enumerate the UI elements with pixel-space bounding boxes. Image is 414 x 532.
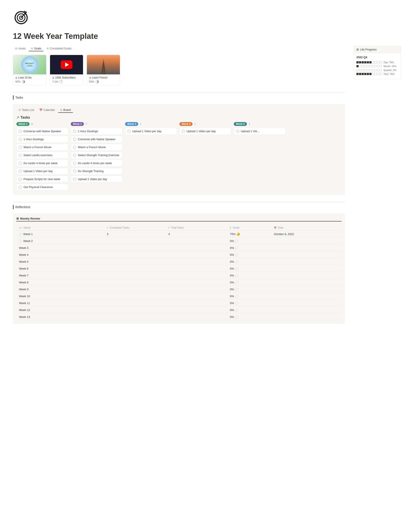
score-text: 75% (230, 232, 235, 236)
tab-calendar[interactable]: 📅 Calendar (37, 107, 57, 113)
cell-total (166, 300, 227, 307)
score-cell: 0% (230, 260, 269, 263)
goal-card-100k[interactable]: ◎ 100K Subscribers 7.1% (50, 55, 83, 86)
progress-block-2-5 (369, 69, 372, 71)
task-label: Upload 1 Video per day (132, 130, 161, 133)
task-circle (19, 162, 22, 165)
progress-circle-french (95, 80, 99, 84)
progress-block-2-8 (377, 69, 379, 71)
cell-date (271, 251, 341, 258)
task-label: Do Strength Training (78, 170, 104, 173)
task-card[interactable]: Get Physical Clearance (16, 183, 68, 191)
cell-name: Week 7 (16, 272, 104, 279)
task-card[interactable]: Select cardio exercises (16, 152, 68, 159)
cell-completed (104, 272, 166, 279)
tab-tasks-list[interactable]: ⊞ Tasks List (16, 107, 36, 113)
goal-image-french (87, 55, 120, 74)
row-name: Week 4 (19, 253, 28, 256)
task-card[interactable]: 1 Hour Duolingo (71, 128, 122, 135)
row-icon: 📄 (19, 233, 22, 236)
score-text: 0% (230, 294, 234, 298)
cell-date (271, 238, 341, 245)
task-card[interactable]: Watch a French Movie (71, 144, 122, 151)
th-score: Σ Score (227, 225, 271, 231)
task-card[interactable]: Converse with Native Speaker (16, 128, 68, 135)
cell-score: 0% (227, 293, 271, 300)
tab-areas[interactable]: ⊞ Areas (13, 46, 28, 51)
task-card[interactable]: Upload 1 Video per day (16, 168, 68, 175)
table-row[interactable]: Week 80% (16, 279, 341, 286)
score-circle (235, 253, 238, 256)
tab-completed-goals[interactable]: ⊞ Completed Goals (44, 46, 74, 51)
tasks-section: ⊞ Tasks List 📅 Calendar ⊞ Board ↗ Tasks (13, 104, 345, 195)
table-row[interactable]: Week 40% (16, 251, 341, 258)
cell-completed (104, 245, 166, 251)
table-row[interactable]: Week 100% (16, 293, 341, 300)
task-card[interactable]: Prepare Scripts for next week (16, 176, 68, 183)
task-card[interactable]: Select Strength Training Exercise (71, 152, 122, 159)
cell-date (271, 314, 341, 321)
cell-date (271, 245, 341, 251)
th-completed: # Completed Tasks (104, 225, 166, 231)
column-header-2: Week 31 (125, 122, 177, 126)
tasks-section-header: Tasks (13, 92, 345, 102)
task-card[interactable]: Do Strength Training (71, 168, 122, 175)
table-row[interactable]: Week 110% (16, 300, 341, 307)
score-circle (235, 309, 238, 312)
weekly-review-tab[interactable]: ⊞ Weekly Review (16, 217, 341, 221)
table-row[interactable]: Week 120% (16, 307, 341, 314)
task-card[interactable]: Watch a French Movie (16, 144, 68, 151)
board-columns: Week 18Converse with Native Speaker1 Hou… (16, 122, 341, 191)
goal-icon-100k: ◎ (52, 76, 54, 79)
task-circle (73, 130, 76, 133)
goal-card-lose15lbs[interactable]: WEIGHTLOSS ◎ Lose 15 lbs 50% (13, 55, 46, 86)
row-name: Week 1 (23, 232, 33, 236)
task-card[interactable]: 1 Hour Duolingo (16, 136, 68, 143)
progress-circle-lose15lbs (22, 80, 25, 84)
cell-name: Week 5 (16, 258, 104, 265)
task-card[interactable]: Do cardio 4 times per week (71, 160, 122, 167)
task-card[interactable]: Upload 1 Video per day (179, 128, 231, 135)
table-row[interactable]: Week 30% (16, 245, 341, 251)
score-circle (235, 295, 238, 298)
task-card[interactable]: Upload 1 Vid... (234, 128, 285, 135)
task-card[interactable]: Upload 1 Video per day (71, 176, 122, 183)
task-card[interactable]: Upload 1 Video per day (125, 128, 177, 135)
cell-name: Week 9 (16, 286, 104, 293)
table-row[interactable]: Week 90% (16, 286, 341, 293)
score-cell: 0% (230, 246, 269, 249)
tab-board[interactable]: ⊞ Board (58, 107, 73, 113)
score-cell: 0% (230, 253, 269, 256)
table-row[interactable]: Week 60% (16, 265, 341, 272)
task-card[interactable]: Converse with Native Speaker (71, 136, 122, 143)
goal-card-french[interactable]: ◎ Learn French 50% (87, 55, 120, 86)
tab-goals[interactable]: ⊞ Goals (29, 46, 44, 51)
table-row[interactable]: 📄Week 20% (16, 238, 341, 245)
board-header: ↗ Tasks (16, 115, 341, 119)
table-row[interactable]: Week 130% (16, 314, 341, 321)
cell-completed (104, 300, 166, 307)
score-text: 0% (230, 246, 234, 249)
score-text: 0% (230, 260, 234, 263)
progress-block-1-1 (359, 65, 361, 67)
row-name: Week 7 (19, 274, 28, 277)
task-card[interactable]: Do cardio 4 times per week (16, 160, 68, 167)
table-row[interactable]: Week 70% (16, 272, 341, 279)
progress-block-0-9 (380, 61, 382, 63)
task-label: Watch a French Movie (24, 146, 52, 149)
table-row[interactable]: Week 50% (16, 258, 341, 265)
cell-date (271, 293, 341, 300)
week-badge-1: Week 2 (71, 122, 84, 126)
task-label: Upload 1 Video per day (78, 178, 107, 181)
progress-label-2: Quarter: 2% (384, 69, 396, 71)
calendar-icon: 📅 (39, 108, 42, 112)
cell-completed (104, 238, 166, 245)
task-circle (73, 154, 76, 157)
progress-block-3-4 (367, 73, 369, 75)
task-circle (19, 170, 22, 173)
tasks-list-icon: ⊞ (19, 108, 21, 112)
th-name: 𝔸𝔸 Name (16, 225, 104, 231)
cell-score: 0% (227, 286, 271, 293)
table-row[interactable]: 📄Week 13475%October 8, 2022 (16, 231, 341, 238)
progress-label-3: Year: 76% (384, 73, 394, 75)
